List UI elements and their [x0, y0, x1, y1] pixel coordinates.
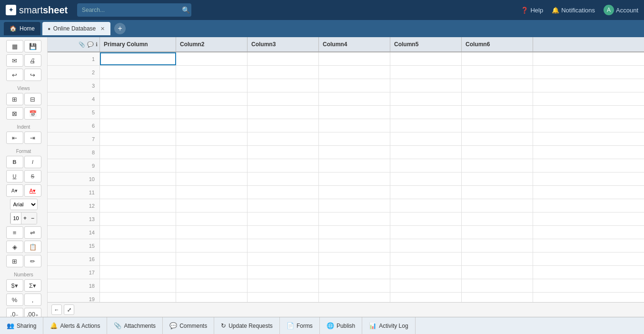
wrap-text-button[interactable]: ⇌ — [24, 226, 41, 239]
cell-1-primary[interactable] — [100, 52, 176, 65]
cell-7-primary[interactable] — [100, 132, 176, 145]
grid-view-button[interactable]: ⊞ — [6, 93, 23, 105]
cell-10-col5[interactable] — [390, 172, 462, 185]
print-button[interactable]: 🖨 — [24, 54, 41, 67]
active-tab[interactable]: ■ Online Database ✕ — [42, 22, 110, 35]
column-header-5[interactable]: Column5 — [390, 37, 462, 51]
cell-1-col6[interactable] — [462, 52, 533, 65]
cell-9-col3[interactable] — [248, 159, 319, 172]
cell-12-col6[interactable] — [462, 199, 533, 212]
notifications-link[interactable]: 🔔 Notifications — [552, 7, 595, 14]
cell-5-col3[interactable] — [248, 106, 319, 119]
gantt-view-button[interactable]: ⊠ — [6, 107, 23, 120]
copy-format-button[interactable]: 📋 — [24, 241, 41, 253]
cell-6-col2[interactable] — [176, 119, 248, 132]
cell-9-col6[interactable] — [462, 159, 533, 172]
highlight-button[interactable]: ✏ — [24, 255, 41, 267]
cell-9-col2[interactable] — [176, 159, 248, 172]
cell-6-col4[interactable] — [319, 119, 390, 132]
cell-17-primary[interactable] — [100, 266, 176, 279]
cell-2-col6[interactable] — [462, 66, 533, 79]
cell-12-col3[interactable] — [248, 199, 319, 212]
cell-14-col2[interactable] — [176, 226, 248, 239]
cell-10-col3[interactable] — [248, 172, 319, 185]
cell-1-col5[interactable] — [390, 52, 462, 65]
cell-6-col5[interactable] — [390, 119, 462, 132]
text-color-button[interactable]: A▾ — [24, 184, 41, 197]
cell-10-primary[interactable] — [100, 172, 176, 185]
cell-14-col6[interactable] — [462, 226, 533, 239]
cell-1-col3[interactable] — [248, 52, 319, 65]
cell-6-col3[interactable] — [248, 119, 319, 132]
cell-16-col3[interactable] — [248, 253, 319, 265]
cell-15-primary[interactable] — [100, 239, 176, 252]
cell-2-col3[interactable] — [248, 66, 319, 79]
cell-9-col4[interactable] — [319, 159, 390, 172]
cell-13-col5[interactable] — [390, 213, 462, 225]
cell-15-col3[interactable] — [248, 239, 319, 252]
cell-3-col2[interactable] — [176, 79, 248, 92]
cell-13-primary[interactable] — [100, 213, 176, 225]
cell-19-primary[interactable] — [100, 293, 176, 302]
cell-2-col4[interactable] — [319, 66, 390, 79]
cell-13-col6[interactable] — [462, 213, 533, 225]
cell-15-col5[interactable] — [390, 239, 462, 252]
cell-11-primary[interactable] — [100, 186, 176, 199]
forms-tab[interactable]: 📄 Forms — [280, 317, 320, 334]
cell-19-col5[interactable] — [390, 293, 462, 302]
cell-9-col5[interactable] — [390, 159, 462, 172]
cell-18-col3[interactable] — [248, 279, 319, 292]
column-header-2[interactable]: Column2 — [176, 37, 248, 51]
cell-13-col3[interactable] — [248, 213, 319, 225]
cell-2-col5[interactable] — [390, 66, 462, 79]
font-select[interactable]: Arial Times Verdana — [10, 199, 38, 210]
cell-4-col6[interactable] — [462, 92, 533, 105]
activity-log-tab[interactable]: 📊 Activity Log — [362, 317, 415, 334]
cell-6-primary[interactable] — [100, 119, 176, 132]
cell-12-primary[interactable] — [100, 199, 176, 212]
cell-8-primary[interactable] — [100, 146, 176, 159]
column-header-3[interactable]: Column3 — [248, 37, 319, 51]
cell-3-col5[interactable] — [390, 79, 462, 92]
cell-4-primary[interactable] — [100, 92, 176, 105]
column-header-6[interactable]: Column6 — [462, 37, 533, 51]
cell-5-primary[interactable] — [100, 106, 176, 119]
bold-button[interactable]: B — [6, 156, 23, 168]
cell-15-col4[interactable] — [319, 239, 390, 252]
cell-8-col5[interactable] — [390, 146, 462, 159]
cell-4-col3[interactable] — [248, 92, 319, 105]
indent-button[interactable]: ⇥ — [24, 132, 41, 144]
cell-18-col6[interactable] — [462, 279, 533, 292]
cell-5-col5[interactable] — [390, 106, 462, 119]
cell-18-col5[interactable] — [390, 279, 462, 292]
cell-16-col5[interactable] — [390, 253, 462, 265]
cell-18-col4[interactable] — [319, 279, 390, 292]
comma-button[interactable]: , — [24, 294, 41, 306]
expand-button[interactable]: ⤢ — [64, 304, 74, 315]
cell-5-col6[interactable] — [462, 106, 533, 119]
cell-19-col6[interactable] — [462, 293, 533, 302]
cell-7-col6[interactable] — [462, 132, 533, 145]
cell-10-col2[interactable] — [176, 172, 248, 185]
cell-9-primary[interactable] — [100, 159, 176, 172]
search-button[interactable]: 🔍 — [182, 6, 190, 14]
cell-7-col2[interactable] — [176, 132, 248, 145]
strikethrough-button[interactable]: S — [24, 170, 41, 182]
cell-17-col5[interactable] — [390, 266, 462, 279]
undo-button[interactable]: ↩ — [6, 69, 23, 81]
cell-11-col6[interactable] — [462, 186, 533, 199]
cell-19-col4[interactable] — [319, 293, 390, 302]
cell-17-col3[interactable] — [248, 266, 319, 279]
cell-4-col2[interactable] — [176, 92, 248, 105]
cell-3-col6[interactable] — [462, 79, 533, 92]
cell-17-col4[interactable] — [319, 266, 390, 279]
cell-18-col2[interactable] — [176, 279, 248, 292]
cell-12-col5[interactable] — [390, 199, 462, 212]
cell-7-col4[interactable] — [319, 132, 390, 145]
cell-3-primary[interactable] — [100, 79, 176, 92]
cell-18-primary[interactable] — [100, 279, 176, 292]
cell-8-col3[interactable] — [248, 146, 319, 159]
account-link[interactable]: A Account — [604, 5, 638, 15]
scroll-left-button[interactable]: ← — [51, 304, 62, 315]
cell-12-col2[interactable] — [176, 199, 248, 212]
